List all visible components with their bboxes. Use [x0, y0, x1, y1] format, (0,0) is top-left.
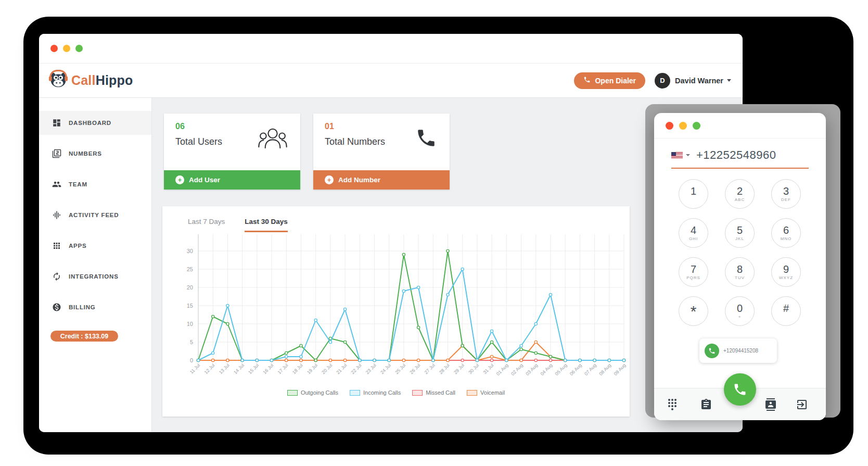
legend-item-outgoing-calls[interactable]: Outgoing Calls	[287, 389, 338, 396]
svg-text:06 Aug: 06 Aug	[569, 362, 583, 376]
dashboard-icon	[52, 118, 61, 128]
legend-swatch	[467, 390, 477, 396]
us-flag-icon[interactable]	[671, 152, 683, 159]
window-titlebar	[39, 34, 743, 64]
calls-line-chart: 05101520253011 Jul12 Jul13 Jul14 Jul15 J…	[162, 206, 630, 417]
phone-icon	[415, 127, 437, 151]
logout-icon[interactable]	[796, 398, 808, 411]
chart-legend: Outgoing CallsIncoming CallsMissed CallV…	[162, 389, 630, 396]
user-name[interactable]: David Warner	[675, 77, 723, 85]
svg-text:23 Jul: 23 Jul	[365, 362, 377, 375]
svg-text:21 Jul: 21 Jul	[335, 362, 348, 375]
apps-icon	[52, 241, 61, 250]
svg-text:5: 5	[190, 339, 193, 345]
key-hash[interactable]: #	[771, 296, 801, 326]
key-1[interactable]: 1	[679, 179, 708, 209]
brand-wordmark: CallHippo	[71, 73, 133, 88]
legend-label: Incoming Calls	[363, 389, 401, 396]
svg-text:11 Jul: 11 Jul	[189, 362, 201, 375]
add-number-button[interactable]: Add Number	[313, 170, 450, 190]
key-5[interactable]: 5JKL	[725, 218, 755, 248]
sidebar-item-label: APPS	[69, 243, 87, 249]
tab-last-30-days[interactable]: Last 30 Days	[245, 218, 288, 232]
user-avatar[interactable]: D	[655, 73, 670, 89]
svg-text:15 Jul: 15 Jul	[247, 362, 260, 375]
legend-label: Voicemail	[480, 389, 505, 396]
svg-text:25: 25	[187, 266, 193, 272]
key-3[interactable]: 3DEF	[771, 179, 801, 209]
phone-number-input[interactable]: +12252548960	[671, 143, 809, 169]
minimize-button[interactable]	[63, 45, 70, 52]
sidebar-item-label: TEAM	[69, 181, 87, 187]
key-0[interactable]: 0+	[725, 296, 755, 326]
svg-text:02 Aug: 02 Aug	[510, 362, 524, 376]
maximize-button[interactable]	[693, 122, 700, 130]
svg-text:0: 0	[190, 357, 193, 363]
key-8[interactable]: 8TUV	[725, 257, 755, 287]
chart-range-tabs: Last 7 DaysLast 30 Days	[188, 218, 288, 232]
legend-item-missed-call[interactable]: Missed Call	[412, 389, 455, 396]
dialer-titlebar	[654, 113, 826, 138]
sidebar-item-label: BILLING	[69, 304, 96, 310]
key-2[interactable]: 2ABC	[725, 179, 755, 209]
svg-text:14 Jul: 14 Jul	[233, 362, 245, 375]
svg-text:05 Aug: 05 Aug	[554, 362, 568, 376]
svg-text:28 Jul: 28 Jul	[438, 362, 451, 375]
key-6[interactable]: 6MNO	[771, 218, 801, 248]
screenshot-stage: CallHippo Open Dialer D David Warner DAS…	[0, 0, 868, 466]
svg-text:03 Aug: 03 Aug	[525, 362, 539, 376]
minimize-button[interactable]	[679, 122, 687, 130]
svg-text:04 Aug: 04 Aug	[539, 362, 553, 376]
team-icon	[52, 180, 61, 189]
total-users-card: 06 Total Users Ad	[164, 114, 300, 190]
sidebar-item-label: ACTIVITY FEED	[69, 212, 119, 218]
key-9[interactable]: 9WXYZ	[771, 257, 801, 287]
sidebar-item-label: INTEGRATIONS	[69, 273, 119, 280]
sidebar-item-dashboard[interactable]: DASHBOARD	[39, 111, 151, 135]
legend-item-voicemail[interactable]: Voicemail	[467, 389, 505, 396]
svg-text:17 Jul: 17 Jul	[277, 362, 289, 375]
close-button[interactable]	[666, 122, 673, 130]
contacts-icon[interactable]	[764, 398, 777, 411]
key-4[interactable]: 4GHI	[679, 218, 708, 248]
dialpad-icon[interactable]	[666, 398, 679, 411]
callhippo-logo[interactable]: CallHippo	[48, 70, 133, 92]
key-star[interactable]: *	[679, 296, 708, 326]
sidebar: DASHBOARDNUMBERSTEAMACTIVITY FEEDAPPSINT…	[39, 98, 152, 432]
svg-text:07 Aug: 07 Aug	[583, 362, 597, 376]
svg-text:27 Jul: 27 Jul	[424, 362, 436, 375]
svg-text:20: 20	[187, 284, 193, 291]
tab-last-7-days[interactable]: Last 7 Days	[188, 218, 225, 232]
svg-text:10: 10	[187, 321, 193, 327]
sidebar-item-integrations[interactable]: INTEGRATIONS	[39, 265, 151, 288]
sidebar-item-team[interactable]: TEAM	[39, 172, 151, 196]
key-7[interactable]: 7PQRS	[679, 257, 708, 287]
legend-item-incoming-calls[interactable]: Incoming Calls	[350, 389, 401, 396]
legend-swatch	[287, 390, 298, 396]
call-notes-icon[interactable]	[700, 398, 712, 411]
sidebar-item-activity[interactable]: ACTIVITY FEED	[39, 203, 151, 227]
svg-text:01 Aug: 01 Aug	[495, 362, 509, 376]
billing-icon	[52, 303, 61, 312]
sidebar-item-numbers[interactable]: NUMBERS	[39, 142, 151, 166]
call-button[interactable]	[724, 373, 756, 406]
chevron-down-icon[interactable]	[727, 79, 731, 82]
svg-text:18 Jul: 18 Jul	[291, 362, 304, 375]
open-dialer-button[interactable]: Open Dialer	[574, 72, 645, 89]
add-user-button[interactable]: Add User	[164, 170, 300, 190]
legend-swatch	[412, 390, 423, 396]
sidebar-item-billing[interactable]: BILLING	[39, 295, 151, 319]
credit-badge[interactable]: Credit : $133.09	[50, 331, 118, 342]
caller-id-card[interactable]: +12094415208	[699, 338, 777, 363]
app-header: CallHippo Open Dialer D David Warner	[39, 64, 743, 98]
svg-text:30: 30	[187, 248, 193, 254]
dialed-number[interactable]: +12252548960	[696, 148, 776, 162]
legend-swatch	[350, 390, 360, 396]
svg-text:24 Jul: 24 Jul	[379, 362, 392, 375]
svg-text:22 Jul: 22 Jul	[350, 362, 363, 375]
close-button[interactable]	[50, 45, 58, 52]
users-group-icon	[258, 127, 288, 151]
sidebar-item-apps[interactable]: APPS	[39, 234, 151, 258]
country-dropdown-icon[interactable]	[686, 154, 690, 156]
maximize-button[interactable]	[75, 45, 83, 52]
